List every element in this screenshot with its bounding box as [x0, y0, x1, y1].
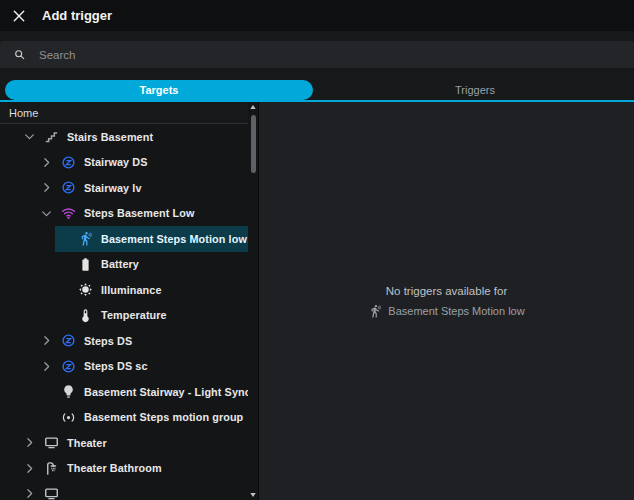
lightbulb-icon — [61, 384, 76, 399]
target-tree-panel: Home Stairs BasementStairway DSStairway … — [0, 102, 259, 500]
tree-item-label: Theater — [67, 437, 107, 449]
tree-item[interactable]: Steps DS — [0, 328, 248, 354]
dialog-body: Home Stairs BasementStairway DSStairway … — [0, 102, 634, 500]
search-input[interactable] — [37, 48, 621, 62]
zigbee-icon — [61, 359, 76, 374]
tree-item[interactable]: Stairway DS — [0, 150, 248, 176]
tree-item-label: Basement Steps Motion low — [101, 233, 247, 245]
tree-item[interactable]: Stairway lv — [0, 175, 248, 201]
chevron-right-icon[interactable] — [23, 487, 36, 500]
motion-sensor-icon — [78, 231, 93, 246]
tree-list: Stairs BasementStairway DSStairway lvSte… — [0, 124, 248, 500]
tab-bar: Targets Triggers — [0, 80, 634, 102]
dialog-header: Add trigger — [0, 0, 634, 31]
tree-item-label: Stairway DS — [84, 156, 148, 168]
tree-item[interactable]: Steps Basement Low — [0, 201, 248, 227]
motion-sensor-icon — [368, 304, 382, 318]
brightness-icon — [78, 282, 93, 297]
tree-item[interactable]: Temperature — [0, 303, 248, 329]
shower-icon — [44, 461, 59, 476]
tree-item[interactable]: Stairs Basement — [0, 124, 248, 150]
tree-item[interactable]: Theater — [0, 430, 248, 456]
empty-state-message: No triggers available for — [386, 285, 507, 297]
chevron-right-icon[interactable] — [40, 360, 53, 373]
tv-icon — [44, 486, 59, 500]
zigbee-icon — [61, 155, 76, 170]
tree-item-label: Stairway lv — [84, 182, 142, 194]
battery-icon — [78, 257, 93, 272]
triggers-panel: No triggers available for Basement Steps… — [259, 102, 634, 500]
scrollbar-thumb[interactable] — [251, 115, 256, 173]
empty-state-entity: Basement Steps Motion low — [388, 305, 524, 317]
tree-item-label: Illuminance — [101, 284, 162, 296]
tab-targets[interactable]: Targets — [5, 80, 313, 100]
tree-item-label: Steps Basement Low — [84, 207, 194, 219]
close-icon[interactable] — [11, 8, 27, 24]
tab-triggers[interactable]: Triggers — [321, 80, 629, 100]
tree-item[interactable]: Basement Steps Motion low — [0, 226, 248, 252]
tree-item[interactable]: Basement Steps motion group — [0, 405, 248, 431]
tree-item-label: Temperature — [101, 309, 167, 321]
empty-state-entity-row: Basement Steps Motion low — [368, 304, 524, 318]
thermometer-icon — [78, 308, 93, 323]
tree-item-label: Basement Steps motion group — [84, 411, 243, 423]
chevron-right-icon[interactable] — [40, 181, 53, 194]
chevron-down-icon[interactable] — [23, 130, 36, 143]
tree-item[interactable] — [0, 481, 248, 500]
tv-icon — [44, 435, 59, 450]
tree-item-label: Battery — [101, 258, 139, 270]
zigbee-icon — [61, 333, 76, 348]
stairs-icon — [44, 129, 59, 144]
tree-item[interactable]: Basement Stairway - Light Sync — [0, 379, 248, 405]
tree-item-label: Steps DS sc — [84, 360, 148, 372]
tree-item-label: Basement Stairway - Light Sync — [84, 386, 248, 398]
tree-item[interactable]: Illuminance — [0, 277, 248, 303]
tree-item-label: Theater Bathroom — [67, 462, 162, 474]
empty-state: No triggers available for Basement Steps… — [368, 285, 524, 318]
scroll-down-icon[interactable] — [248, 490, 258, 500]
tree-item[interactable]: Theater Bathroom — [0, 456, 248, 482]
dialog-title: Add trigger — [42, 8, 112, 23]
tree-root-label: Home — [9, 107, 38, 119]
chevron-right-icon[interactable] — [40, 156, 53, 169]
tree-item[interactable]: Steps DS sc — [0, 354, 248, 380]
tree-item-label: Steps DS — [84, 335, 132, 347]
chevron-right-icon[interactable] — [23, 462, 36, 475]
zigbee-icon — [61, 180, 76, 195]
tree-item-label: Stairs Basement — [67, 131, 153, 143]
chevron-down-icon[interactable] — [40, 207, 53, 220]
tree-root-home[interactable]: Home — [0, 102, 258, 124]
scrollbar[interactable] — [248, 102, 258, 500]
tree-item[interactable]: Battery — [0, 252, 248, 278]
search-icon — [13, 48, 26, 61]
chevron-right-icon[interactable] — [23, 436, 36, 449]
search-bar — [0, 41, 634, 68]
motion-group-icon — [61, 410, 76, 425]
scroll-up-icon[interactable] — [248, 102, 258, 112]
wifi-icon — [61, 206, 76, 221]
chevron-right-icon[interactable] — [40, 334, 53, 347]
